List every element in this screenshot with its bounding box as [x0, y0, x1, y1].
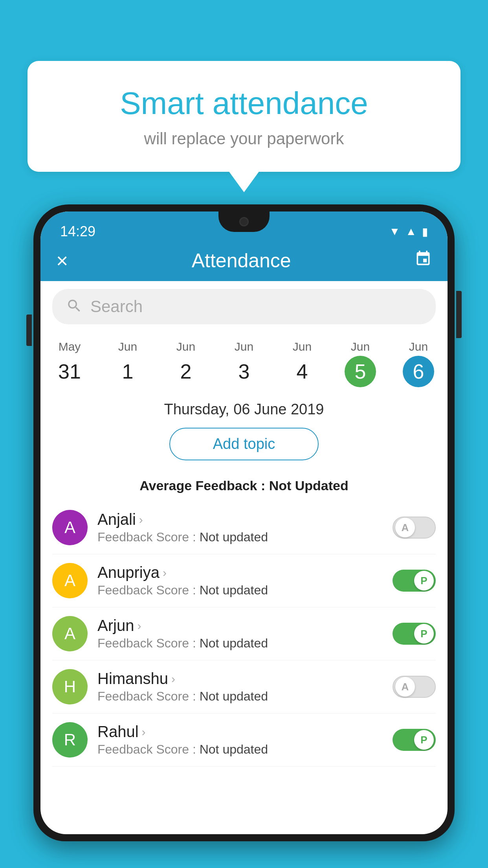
battery-icon: ▮ — [422, 225, 428, 238]
cal-day-0[interactable]: May 31 — [40, 340, 99, 387]
student-item-3[interactable]: H Himanshu › Feedback Score : Not update… — [52, 660, 436, 714]
attendance-toggle-0[interactable]: A — [393, 517, 436, 539]
attendance-toggle-1[interactable]: P — [393, 570, 436, 592]
speech-bubble: Smart attendance will replace your paper… — [28, 61, 460, 172]
selected-date: Thursday, 06 June 2019 — [40, 391, 448, 424]
bubble-subtitle: will replace your paperwork — [59, 129, 429, 148]
cal-day-1[interactable]: Jun 1 — [99, 340, 157, 387]
chevron-icon: › — [142, 725, 146, 739]
calendar-row: May 31 Jun 1 Jun 2 Jun 3 Jun 4 Jun 5 Jun… — [40, 332, 448, 391]
cal-day-6[interactable]: Jun 6 — [389, 340, 448, 387]
phone-outer: 14:29 ▼ ▲ ▮ × Attendance — [33, 204, 455, 841]
avatar-2: A — [52, 616, 88, 651]
attendance-toggle-4[interactable]: P — [393, 729, 436, 751]
cal-day-3[interactable]: Jun 3 — [215, 340, 273, 387]
status-time: 14:29 — [60, 223, 95, 240]
chevron-icon: › — [139, 513, 143, 526]
student-info-2: Arjun › Feedback Score : Not updated — [97, 617, 383, 651]
close-button[interactable]: × — [56, 250, 68, 271]
student-list: A Anjali › Feedback Score : Not updated … — [40, 501, 448, 767]
cal-day-4[interactable]: Jun 4 — [273, 340, 331, 387]
search-placeholder: Search — [90, 297, 143, 316]
student-item-0[interactable]: A Anjali › Feedback Score : Not updated … — [52, 501, 436, 554]
student-item-4[interactable]: R Rahul › Feedback Score : Not updated P — [52, 714, 436, 767]
camera-icon — [239, 217, 249, 226]
speech-bubble-container: Smart attendance will replace your paper… — [28, 61, 460, 172]
calendar-icon[interactable] — [415, 250, 432, 271]
add-topic-button[interactable]: Add topic — [169, 428, 319, 460]
student-info-0: Anjali › Feedback Score : Not updated — [97, 511, 383, 544]
attendance-toggle-3[interactable]: A — [393, 676, 436, 698]
phone-container: 14:29 ▼ ▲ ▮ × Attendance — [33, 204, 455, 868]
search-icon — [66, 298, 83, 316]
app-header: × Attendance — [40, 240, 448, 281]
avatar-0: A — [52, 510, 88, 545]
student-item-1[interactable]: A Anupriya › Feedback Score : Not update… — [52, 554, 436, 607]
search-container: Search — [40, 281, 448, 332]
chevron-icon: › — [163, 566, 167, 579]
cal-day-5[interactable]: Jun 5 — [331, 340, 389, 387]
student-info-4: Rahul › Feedback Score : Not updated — [97, 723, 383, 757]
student-info-1: Anupriya › Feedback Score : Not updated — [97, 564, 383, 598]
wifi-icon: ▼ — [389, 225, 400, 238]
avatar-1: A — [52, 563, 88, 598]
cal-day-2[interactable]: Jun 2 — [157, 340, 215, 387]
phone-screen: 14:29 ▼ ▲ ▮ × Attendance — [40, 211, 448, 834]
search-box[interactable]: Search — [52, 289, 436, 324]
attendance-toggle-2[interactable]: P — [393, 623, 436, 645]
chevron-icon: › — [171, 672, 175, 686]
student-item-2[interactable]: A Arjun › Feedback Score : Not updated P — [52, 607, 436, 660]
app-title: Attendance — [192, 249, 291, 272]
avatar-3: H — [52, 669, 88, 704]
signal-icon: ▲ — [405, 225, 416, 238]
avg-feedback: Average Feedback : Not Updated — [40, 474, 448, 501]
chevron-icon: › — [137, 619, 141, 633]
student-info-3: Himanshu › Feedback Score : Not updated — [97, 670, 383, 704]
phone-notch — [218, 211, 270, 232]
bubble-title: Smart attendance — [59, 85, 429, 122]
status-icons: ▼ ▲ ▮ — [389, 225, 428, 238]
avatar-4: R — [52, 722, 88, 758]
